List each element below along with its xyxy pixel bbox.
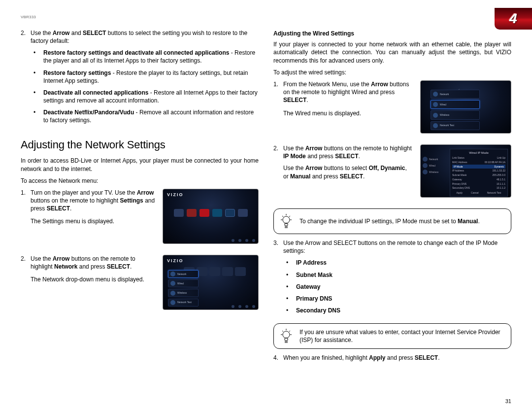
text: Use the (283, 165, 305, 171)
panel-item-network: Network (431, 90, 480, 99)
setting-item: Subnet Mask (296, 271, 332, 279)
kw-arrow: Arrow (53, 255, 70, 262)
screenshot-wired-menu: ‹ Network Wired Wireless Network Test (420, 80, 511, 134)
panel-item-nettest: Network Test (431, 121, 480, 130)
page: VBR333 2. Use the Arrow and SELECT butto… (0, 0, 532, 411)
wired-table: Wired IP Mode Link StatusLink Up MAC Add… (450, 149, 508, 197)
wired-intro: If your player is connected to your home… (273, 40, 511, 65)
page-number: 31 (505, 398, 511, 405)
kw-apply: Apply (369, 354, 385, 361)
text: Use the (31, 30, 53, 36)
network-intro: In order to access BD-Live or Internet A… (21, 157, 259, 172)
kw-select: SELECT (283, 97, 306, 103)
lightbulb-icon (279, 328, 294, 344)
left-column: VBR333 2. Use the Arrow and SELECT butto… (21, 15, 259, 399)
kw-select: SELECT (47, 205, 70, 212)
brand-label: VIZIO (167, 258, 184, 264)
kw-off-dynamic: Off, Dynamic (368, 165, 405, 171)
model-label: VBR333 (21, 15, 259, 20)
kw-arrow: Arrow (305, 165, 323, 171)
wired-steps-cont: 3. Use the Arrow and SELECT buttons on t… (273, 239, 511, 318)
kw-select: SELECT (83, 30, 106, 36)
step-number: 2. (21, 255, 31, 316)
tip-text: To change the individual IP settings, IP… (299, 218, 458, 225)
opt-bold: Restore factory settings (43, 69, 111, 76)
wired-steps: 1. From the Network Menu, use the Arrow … (273, 80, 511, 204)
ip-mode-settings: IP Address Subnet Mask Gateway Primary D… (283, 259, 511, 314)
settings-icon (174, 209, 184, 217)
text: and press (310, 173, 339, 180)
screenshot-network-menu: VIZIO Network Wired Wireless Network Tes… (163, 255, 259, 310)
kw-ipmode: IP Mode (283, 153, 306, 160)
setting-item: IP Address (296, 259, 327, 267)
text: and press (385, 354, 414, 361)
svg-rect-16 (285, 338, 288, 341)
screenshot-wired-ip-mode: Network Wired Wireless Wired IP Mode Lin… (420, 144, 511, 198)
panel-item-wired: Wired (168, 279, 199, 287)
text: Turn on the player and your TV. Use the (31, 189, 137, 196)
left-item: Wired (423, 163, 444, 168)
text: . (70, 205, 71, 212)
netflix-icon (200, 209, 209, 217)
vudu-icon (212, 209, 222, 217)
section-heading-network: Adjusting the Network Settings (21, 137, 259, 152)
opt-bold: Deactivate all connected applications (43, 89, 148, 96)
step-number: 2. (273, 144, 283, 204)
right-column: Adjusting the Wired Settings If your pla… (273, 15, 511, 399)
step-number: 1. (21, 189, 31, 250)
kw-arrow: Arrow (371, 81, 388, 88)
kw-select: SELECT (107, 263, 130, 270)
chapter-tab: 4 (495, 8, 532, 30)
kw-manual: Manual (458, 218, 478, 225)
kw-arrow: Arrow (137, 189, 154, 196)
tip-isp: If you are unsure what values to enter, … (273, 323, 511, 349)
restore-steps: 2. Use the Arrow and SELECT buttons to s… (21, 29, 259, 129)
panel-item-wired: Wired (431, 100, 480, 109)
opt-bold: Restore factory settings and deactivate … (43, 49, 229, 56)
text: buttons on the remote to highlight (31, 197, 120, 204)
svg-line-5 (282, 216, 283, 217)
tip-manual-ip: To change the individual IP settings, IP… (273, 208, 511, 234)
setting-item: Gateway (296, 283, 320, 291)
text: Use the (283, 145, 305, 152)
step-number: 1. (273, 80, 283, 139)
panel-item-network: Network (168, 270, 199, 278)
chapter-number: 4 (509, 9, 517, 28)
svg-line-14 (282, 331, 283, 332)
setting-item: Primary DNS (296, 295, 332, 303)
svg-line-15 (289, 331, 290, 332)
step-note: The Network drop-down menu is displayed. (31, 275, 156, 283)
text: buttons on the remote to highlight (322, 145, 411, 152)
text: . (359, 153, 360, 160)
opt-bold: Deactivate Netflix/Pandora/Vudu (43, 109, 134, 116)
text: . (438, 354, 439, 361)
network-steps: 1. Turn on the player and your TV. Use t… (21, 189, 259, 316)
step-note: The Wired menu is displayed. (283, 109, 413, 117)
screenshot-settings-menu: VIZIO (163, 189, 259, 244)
app-icon (238, 209, 248, 217)
kw-arrow: Arrow (305, 145, 323, 152)
text: buttons to select (322, 165, 368, 171)
text: and press (77, 263, 106, 270)
kw-arrow: Arrow (53, 30, 70, 36)
svg-line-6 (289, 216, 290, 217)
restore-options: Restore factory settings and deactivate … (31, 49, 259, 125)
text: From the Network Menu, use the (283, 81, 371, 88)
svg-point-10 (283, 331, 290, 338)
text: Use the Arrow and SELECT buttons on the … (283, 240, 498, 254)
panel-item-wireless: Wireless (168, 289, 199, 297)
lightbulb-icon (279, 213, 294, 230)
text: Use the (31, 255, 53, 262)
tip-text: If you are unsure what values to enter, … (299, 328, 504, 344)
kw-select: SELECT (340, 173, 363, 180)
step-note: The Settings menu is displayed. (31, 217, 156, 225)
subheading-wired: Adjusting the Wired Settings (273, 30, 511, 37)
left-item: Network (423, 157, 444, 162)
panel-item-nettest: Network Test (168, 299, 199, 307)
kw-manual: Manual (290, 173, 310, 180)
kw-select: SELECT (335, 153, 358, 160)
wired-steps-end: 4. When you are finished, highlight Appl… (273, 354, 511, 362)
brand-label: VIZIO (167, 192, 184, 198)
kw-select: SELECT (415, 354, 438, 361)
panel-item-wireless: Wireless (431, 110, 480, 119)
